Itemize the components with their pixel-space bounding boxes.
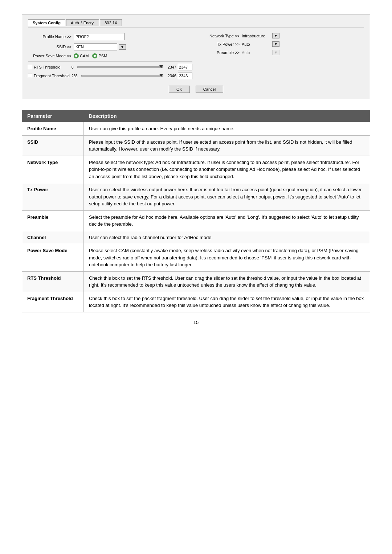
desc-cell: User can select the wireless output powe… (84, 183, 370, 211)
frag-slider-track[interactable] (81, 75, 163, 77)
desc-cell: Please select CAM (constantly awake mode… (84, 244, 370, 272)
frag-label: Fragment Threshold (34, 74, 70, 78)
param-cell: RTS Threshold (22, 271, 84, 292)
param-cell: Network Type (22, 156, 84, 183)
param-cell: Preamble (22, 210, 84, 231)
preamble-arrow: ▼ (272, 50, 279, 55)
cam-radio-icon (74, 53, 79, 58)
dialog-buttons: OK Cancel (28, 86, 364, 93)
tab-system-config[interactable]: System Config (28, 19, 65, 26)
power-save-radio-group: CAM PSM (74, 53, 107, 58)
desc-cell: User can give this profile a name. Every… (84, 122, 370, 136)
tab-8021x[interactable]: 802.1X (100, 19, 122, 26)
desc-cell: Check this box to set the packet fragmen… (84, 292, 370, 312)
network-type-row: Network Type >> Infrastructure ▼ (200, 33, 364, 38)
desc-cell: Please input the SSID of this access poi… (84, 135, 370, 156)
cam-radio[interactable]: CAM (74, 53, 89, 58)
psm-label: PSM (98, 54, 107, 58)
frag-checkbox[interactable] (28, 74, 32, 78)
frag-checkbox-label: Fragment Threshold (28, 74, 72, 78)
network-type-arrow[interactable]: ▼ (272, 33, 279, 38)
frag-row: Fragment Threshold 256 2346 (28, 73, 192, 79)
param-cell: Power Save Mode (22, 244, 84, 272)
param-cell: SSID (22, 135, 84, 156)
rts-checkbox-label: RTS Threshold (28, 65, 72, 69)
cam-radio-dot (75, 55, 77, 57)
table-row: RTS ThresholdCheck this box to set the R… (22, 271, 370, 292)
ssid-row: SSID >> ▼ (28, 43, 192, 50)
table-row: Fragment ThresholdCheck this box to set … (22, 292, 370, 312)
table-row: SSIDPlease input the SSID of this access… (22, 135, 370, 156)
rts-min-value: 0 (72, 65, 74, 69)
desc-cell: Please select the network type: Ad hoc o… (84, 156, 370, 183)
table-row: PreambleSelect the preamble for Ad hoc m… (22, 210, 370, 231)
preamble-value: Auto (242, 50, 271, 55)
frag-slider-handle (159, 74, 163, 77)
ssid-dropdown-arrow[interactable]: ▼ (119, 44, 126, 50)
parameter-table: Parameter Description Profile NameUser c… (22, 110, 370, 312)
table-row: Power Save ModePlease select CAM (consta… (22, 244, 370, 272)
preamble-label: Preamble >> (200, 50, 240, 55)
param-col-header: Parameter (22, 110, 84, 122)
profile-name-row: Profile Name >> (28, 33, 192, 40)
ssid-input[interactable] (74, 43, 117, 50)
param-cell: Channel (22, 231, 84, 244)
ok-button[interactable]: OK (169, 86, 190, 93)
tx-power-arrow[interactable]: ▼ (272, 41, 279, 47)
desc-cell: User can select the radio channel number… (84, 231, 370, 244)
dialog-body: Profile Name >> SSID >> ▼ Power Save Mod… (28, 33, 364, 81)
network-type-dropdown: Infrastructure ▼ (242, 33, 279, 38)
param-cell: Tx Power (22, 183, 84, 211)
rts-slider-handle (159, 65, 163, 68)
tab-auth-encry[interactable]: Auth. \ Encry. (66, 19, 99, 26)
psm-radio-dot (94, 55, 96, 57)
table-row: Tx PowerUser can select the wireless out… (22, 183, 370, 211)
preamble-row: Preamble >> Auto ▼ (200, 50, 364, 55)
psm-radio[interactable]: PSM (92, 53, 107, 58)
rts-label: RTS Threshold (34, 65, 61, 69)
rts-checkbox[interactable] (28, 65, 32, 69)
dialog-right-column: Network Type >> Infrastructure ▼ Tx Powe… (200, 33, 364, 81)
power-save-label: Power Save Mode >> (28, 54, 72, 58)
frag-min-value: 256 (72, 74, 78, 78)
frag-max-display: 2346 (166, 74, 176, 78)
frag-value-input[interactable] (178, 73, 192, 79)
power-save-row: Power Save Mode >> CAM PSM (28, 53, 192, 58)
tx-power-dropdown: Auto ▼ (242, 41, 279, 47)
table-row: Network TypePlease select the network ty… (22, 156, 370, 183)
desc-col-header: Description (84, 110, 370, 122)
dialog-box: System Config Auth. \ Encry. 802.1X Prof… (22, 15, 370, 99)
desc-cell: Check this box to set the RTS threshold.… (84, 271, 370, 292)
rts-slider-track[interactable] (77, 66, 163, 68)
rts-max-display: 2347 (166, 65, 176, 69)
psm-radio-icon (92, 53, 97, 58)
tab-bar: System Config Auth. \ Encry. 802.1X (28, 19, 364, 28)
page-number: 15 (22, 320, 370, 325)
profile-name-input[interactable] (74, 33, 124, 40)
param-cell: Profile Name (22, 122, 84, 136)
table-row: Profile NameUser can give this profile a… (22, 122, 370, 136)
ssid-dropdown-wrapper: ▼ (74, 43, 126, 50)
network-type-value: Infrastructure (242, 34, 271, 38)
tx-power-row: Tx Power >> Auto ▼ (200, 41, 364, 47)
network-type-label: Network Type >> (200, 34, 240, 38)
cancel-button[interactable]: Cancel (196, 86, 223, 93)
tx-power-label: Tx Power >> (200, 42, 240, 46)
preamble-dropdown: Auto ▼ (242, 50, 279, 55)
table-row: ChannelUser can select the radio channel… (22, 231, 370, 244)
param-cell: Fragment Threshold (22, 292, 84, 312)
cam-label: CAM (80, 54, 89, 58)
rts-row: RTS Threshold 0 2347 (28, 64, 192, 70)
rts-value-input[interactable] (178, 64, 192, 70)
dialog-left-column: Profile Name >> SSID >> ▼ Power Save Mod… (28, 33, 192, 81)
profile-name-label: Profile Name >> (28, 34, 72, 39)
tx-power-value: Auto (242, 42, 271, 46)
ssid-label: SSID >> (28, 45, 72, 49)
desc-cell: Select the preamble for Ad hoc mode here… (84, 210, 370, 231)
